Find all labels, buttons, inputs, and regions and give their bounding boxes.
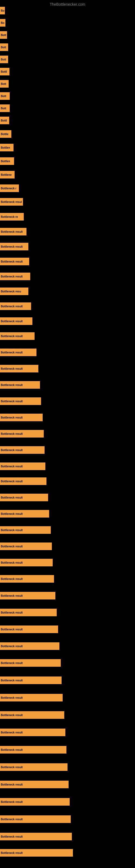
- bar: Bottleneck result: [0, 592, 55, 599]
- bar-label: Bottleneck result: [1, 594, 23, 597]
- bar: Bottleneck result: [0, 273, 30, 280]
- bar-label: Bo: [1, 22, 4, 24]
- bar-label: Bottlene: [1, 173, 12, 176]
- bar-label: Bott: [1, 34, 6, 37]
- bar-label: Bottleneck result: [1, 766, 23, 769]
- bar-row: Bottle: [0, 130, 11, 138]
- bar-label: Bottleneck result: [1, 851, 23, 855]
- bar: Bottleneck result: [0, 526, 51, 534]
- bar-label: Bottleneck result: [1, 645, 23, 648]
- bar-row: Bottleneck result: [0, 642, 59, 650]
- bar: Bottlen: [0, 157, 14, 165]
- bar-row: Bottlen: [0, 157, 14, 165]
- bar: Bottleneck result: [0, 849, 73, 857]
- bar-label: Bottleneck result: [1, 801, 23, 803]
- bar-label: Bottle: [1, 133, 8, 135]
- bar-row: Bottleneck result: [0, 781, 69, 788]
- bar-row: Bottl: [0, 68, 9, 75]
- bar: Bottleneck result: [0, 243, 28, 250]
- bar: Bottleneck result: [0, 642, 59, 650]
- bar: Bottleneck result: [0, 609, 57, 616]
- bar: Bottleneck result: [0, 746, 66, 753]
- bar-row: Bottleneck result: [0, 625, 58, 633]
- bar-row: Bottleneck r: [0, 184, 19, 192]
- bar: Bo: [0, 19, 5, 27]
- bar-row: Bottleneck result: [0, 414, 43, 421]
- bar-row: Bottleneck result: [0, 510, 49, 518]
- bar-row: Bottleneck result: [0, 303, 31, 310]
- bar: Bottleneck result: [0, 463, 45, 470]
- bar-row: Bottleneck result: [0, 677, 61, 684]
- bar: Bottleneck result: [0, 303, 31, 310]
- bar-label: Bottleneck result: [1, 275, 23, 278]
- bar-label: Bo: [1, 9, 4, 12]
- bar-label: Bottleneck result: [1, 835, 23, 838]
- bar: Bottleneck result: [0, 258, 29, 265]
- bar-row: Bo: [0, 19, 5, 27]
- bar-label: Bott: [1, 107, 6, 110]
- bar: Bottleneck result: [0, 711, 64, 719]
- bar-row: Bottleneck resu: [0, 287, 28, 295]
- bar-label: Bottleneck result: [1, 628, 23, 631]
- bar-label: Bottleneck resul: [1, 200, 22, 204]
- bar-row: Bott: [0, 104, 10, 112]
- bar-label: Bottleneck result: [1, 305, 23, 308]
- bar-label: Bottleneck result: [1, 400, 23, 403]
- bar: Bottleneck result: [0, 365, 38, 372]
- bar-row: Bottleneck result: [0, 815, 71, 823]
- bar-label: Bottleneck result: [1, 320, 23, 323]
- bar-row: Bottleneck re: [0, 213, 24, 220]
- bar-row: Bottleneck result: [0, 446, 45, 454]
- bar-row: Bottleneck result: [0, 592, 55, 599]
- bar-label: Bottleneck result: [1, 731, 23, 734]
- bar: Bottleneck result: [0, 446, 45, 454]
- bar-row: Bottleneck result: [0, 849, 73, 857]
- bar-row: Bo: [0, 7, 5, 14]
- bar: Bottleneck result: [0, 397, 41, 405]
- bar-label: Bott: [1, 95, 6, 98]
- bar: Bottleneck result: [0, 798, 70, 806]
- bar: Bottleneck result: [0, 677, 61, 684]
- bar-label: Bottleneck result: [1, 245, 23, 248]
- bar-row: Bottleneck result: [0, 798, 70, 806]
- bar-row: Bottleneck result: [0, 728, 65, 736]
- bar: Bottleneck result: [0, 575, 54, 583]
- bar-row: Bottleneck result: [0, 609, 57, 616]
- bar: Bottleneck result: [0, 332, 35, 340]
- bar: Bottlen: [0, 144, 13, 151]
- bar-row: Bottleneck result: [0, 332, 35, 340]
- bar: Bottleneck result: [0, 694, 63, 702]
- bar: Bottleneck result: [0, 348, 37, 356]
- bar-label: Bottleneck result: [1, 432, 23, 435]
- bar-row: Bottleneck result: [0, 317, 32, 325]
- bar-row: Bottleneck result: [0, 243, 28, 250]
- bar-label: Bottleneck resu: [1, 290, 21, 293]
- bar: Bott: [0, 56, 8, 63]
- bar-label: Bottleneck result: [1, 818, 23, 821]
- bar-label: Bottleneck re: [1, 215, 18, 218]
- bar-row: Bottleneck result: [0, 833, 72, 840]
- bar-label: Bottleneck result: [1, 561, 23, 564]
- bar-row: Bottleneck result: [0, 430, 44, 437]
- bar: Bott: [0, 80, 9, 88]
- bar-row: Bott: [0, 80, 9, 88]
- bar: Bottl: [0, 68, 9, 75]
- bar: Bottleneck result: [0, 430, 44, 437]
- bar: Bottleneck result: [0, 659, 61, 667]
- bar: Bottleneck result: [0, 815, 71, 823]
- bar-row: Bottleneck resul: [0, 198, 23, 206]
- bar-label: Bottleneck result: [1, 578, 23, 581]
- bar-label: Bottlen: [1, 160, 10, 163]
- bar-row: Bottleneck result: [0, 228, 27, 236]
- bar-row: Bottleneck result: [0, 397, 41, 405]
- site-title: TheBottlenecker.com: [0, 0, 135, 8]
- bar-label: Bottleneck result: [1, 783, 23, 786]
- bar: Bottleneck result: [0, 763, 68, 771]
- bar-label: Bottleneck result: [1, 611, 23, 614]
- bar-row: Bottleneck result: [0, 711, 64, 719]
- bar: Bott: [0, 43, 8, 51]
- bar-label: Bottleneck result: [1, 416, 23, 419]
- bar-row: Bottleneck result: [0, 694, 63, 702]
- bar-label: Bottleneck result: [1, 448, 23, 452]
- bar: Bott: [0, 92, 10, 100]
